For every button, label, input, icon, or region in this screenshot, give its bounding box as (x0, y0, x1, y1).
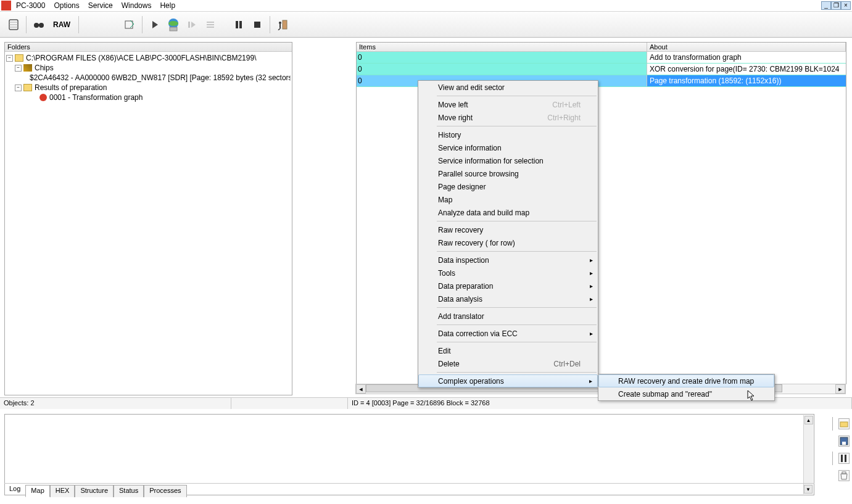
menu-item[interactable]: Raw recovery (418, 223, 598, 236)
app-icon (1, 1, 11, 10)
context-menu[interactable]: View and edit sectorMove leftCtrl+LeftMo… (418, 80, 598, 388)
menu-item[interactable]: RAW recovery and create drive from map (598, 374, 774, 387)
tab-hex[interactable]: HEX (50, 485, 75, 497)
collapse-icon[interactable]: − (15, 65, 22, 72)
rows-icon[interactable] (202, 15, 219, 34)
submenu-arrow-icon: ▸ (590, 283, 593, 289)
menu-item[interactable]: Data inspection▸ (418, 254, 598, 266)
tab-status[interactable]: Status (114, 485, 144, 497)
column-items[interactable]: Items (357, 43, 647, 51)
log-vscrollbar[interactable]: ▲ ▼ (803, 415, 813, 494)
column-about[interactable]: About (647, 43, 846, 51)
main-toolbar: RAW (0, 12, 852, 38)
scroll-left-icon[interactable]: ◄ (356, 384, 366, 394)
menu-options[interactable]: Options (54, 1, 79, 10)
tree-root[interactable]: − C:\PROGRAM FILES (X86)\ACE LAB\PC-3000… (6, 53, 291, 63)
menu-pc3000[interactable]: PC-3000 (16, 1, 45, 10)
menu-item-label: Delete (438, 360, 460, 368)
menu-item[interactable]: Parallel source browsing (418, 167, 598, 180)
menu-item[interactable]: View and edit sector (418, 81, 598, 94)
minimize-button[interactable]: _ (821, 1, 831, 10)
separator (832, 417, 836, 431)
submenu-arrow-icon: ▸ (590, 257, 593, 263)
svg-rect-22 (841, 455, 843, 462)
toolbar-separator (270, 16, 270, 33)
tree-results[interactable]: − Results of preparation (6, 83, 291, 93)
pause-icon[interactable] (230, 15, 247, 34)
folder-tree[interactable]: − C:\PROGRAM FILES (X86)\ACE LAB\PC-3000… (5, 52, 292, 104)
play-icon[interactable] (146, 15, 163, 34)
tab-processes[interactable]: Processes (144, 485, 186, 497)
menu-item[interactable]: Create submap and "reread" (598, 387, 774, 400)
context-submenu[interactable]: RAW recovery and create drive from mapCr… (598, 374, 775, 401)
menu-shortcut: Ctrl+Del (553, 360, 581, 368)
window-controls: _ ❐ × (821, 1, 851, 10)
menu-windows[interactable]: Windows (122, 1, 152, 10)
svg-rect-12 (207, 27, 214, 28)
close-button[interactable]: × (841, 1, 851, 10)
pause-small-icon[interactable] (838, 453, 850, 464)
menu-item-label: Data analysis (438, 295, 482, 304)
menu-item-label: Raw recovery ( for row) (438, 239, 515, 247)
menu-item-label: Page designer (438, 183, 486, 191)
menu-item: Move rightCtrl+Right (418, 111, 598, 124)
export-icon[interactable] (121, 15, 138, 34)
folder-icon (15, 54, 23, 62)
menu-item[interactable]: Tools▸ (418, 266, 598, 279)
exit-icon[interactable] (274, 15, 291, 34)
grid-row[interactable]: 0 Add to transformation graph (357, 52, 846, 64)
open-icon[interactable] (838, 418, 850, 429)
menu-separator (437, 221, 597, 221)
menu-item-label: Map (438, 196, 452, 204)
restore-button[interactable]: ❐ (831, 1, 841, 10)
menu-item[interactable]: Map (418, 193, 598, 206)
menu-item[interactable]: Add translator (418, 310, 598, 323)
submenu-arrow-icon: ▸ (590, 270, 593, 276)
menu-item[interactable]: DeleteCtrl+Del (418, 357, 598, 370)
scroll-up-icon[interactable]: ▲ (804, 416, 813, 424)
scroll-icon[interactable] (5, 15, 22, 34)
scroll-right-icon[interactable]: ► (835, 384, 845, 394)
menu-item[interactable]: Analyze data and build map (418, 206, 598, 219)
menu-item[interactable]: History (418, 128, 598, 141)
tab-map[interactable]: Map (25, 485, 49, 497)
menu-item[interactable]: Data analysis▸ (418, 292, 598, 305)
collapse-icon[interactable]: − (6, 55, 13, 62)
menu-help[interactable]: Help (160, 1, 175, 10)
grid-row[interactable]: 0 XOR conversion for page(ID= 2730: CBM2… (357, 64, 846, 75)
svg-rect-24 (842, 472, 846, 474)
svg-rect-14 (239, 21, 242, 28)
menu-item: Service information for selection (418, 154, 598, 167)
globe-icon[interactable] (165, 15, 182, 34)
save-icon[interactable] (838, 436, 850, 447)
menu-separator (437, 126, 597, 126)
raw-button[interactable]: RAW (49, 15, 75, 34)
step-icon[interactable] (183, 15, 201, 34)
tab-structure[interactable]: Structure (75, 485, 114, 497)
tree-label: $2CA46432 - AA000000 6WB2D_NW817 [SDR] [… (30, 73, 291, 82)
menu-service[interactable]: Service (88, 1, 113, 10)
svg-rect-15 (254, 22, 260, 28)
menu-item: Move leftCtrl+Left (418, 98, 598, 111)
menu-item[interactable]: Service information (418, 141, 598, 154)
binoculars-icon[interactable] (30, 15, 48, 34)
log-label: Log (4, 483, 25, 497)
tree-graph-item[interactable]: 0001 - Transformation graph (6, 93, 291, 102)
menu-item[interactable]: Complex operations▸ (418, 374, 598, 387)
tree-chip-item[interactable]: $2CA46432 - AA000000 6WB2D_NW817 [SDR] [… (6, 73, 291, 83)
side-tools (820, 415, 851, 495)
menu-item-label: Add translator (438, 312, 484, 321)
menu-item[interactable]: Raw recovery ( for row) (418, 236, 598, 249)
menu-item[interactable]: Page designer (418, 180, 598, 193)
stop-icon[interactable] (249, 15, 266, 34)
collapse-icon[interactable]: − (15, 85, 22, 91)
menu-item[interactable]: Data preparation▸ (418, 279, 598, 292)
svg-rect-8 (188, 22, 190, 28)
cell-about: Add to transformation graph (647, 52, 846, 63)
menu-shortcut: Ctrl+Right (547, 114, 581, 122)
trash-icon[interactable] (838, 470, 850, 481)
tree-chips[interactable]: − Chips (6, 63, 291, 73)
cell-items: 0 (357, 52, 647, 63)
menu-item[interactable]: Data correction via ECC▸ (418, 327, 598, 340)
graph-icon (39, 94, 47, 101)
